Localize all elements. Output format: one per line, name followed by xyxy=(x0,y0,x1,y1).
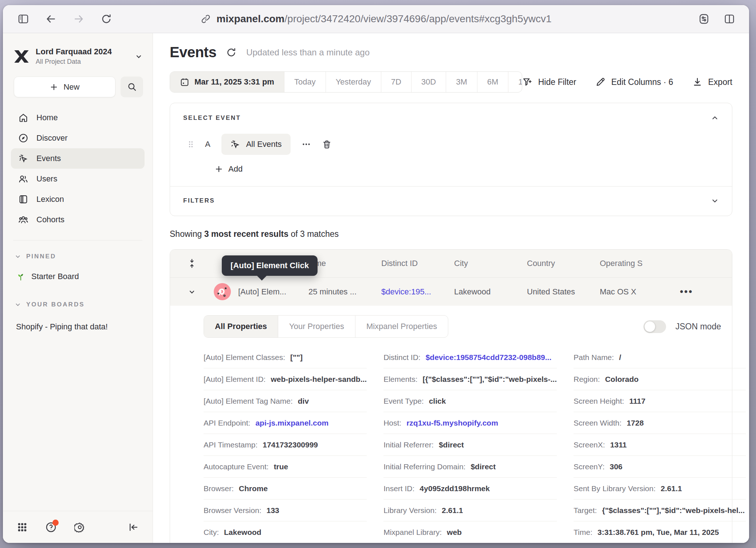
sidebar-item-board-shopify[interactable]: Shopify - Piping that data! xyxy=(3,322,153,332)
project-name: Lord Farquaad 2024 xyxy=(36,47,128,56)
column-header[interactable]: Country xyxy=(527,259,600,268)
chevron-down-icon[interactable] xyxy=(170,287,214,296)
new-button[interactable]: New xyxy=(14,77,115,97)
column-header[interactable]: Operating S xyxy=(600,259,680,268)
search-button[interactable] xyxy=(121,77,143,97)
property-value[interactable]: 1728 xyxy=(627,419,644,427)
date-range-current[interactable]: Mar 11, 2025 3:31 pm xyxy=(170,72,284,92)
property-value[interactable]: $device:1958754cdd7232-098b89... xyxy=(426,353,552,362)
property-value[interactable]: web-pixels-helper-sandb... xyxy=(271,375,367,384)
property-value[interactable]: 1741732300999 xyxy=(263,441,318,449)
event-selector-chip[interactable]: All Events xyxy=(221,134,291,155)
export-button[interactable]: Export xyxy=(692,77,732,87)
address-bar[interactable]: mixpanel.com/project/3472420/view/397469… xyxy=(201,13,552,25)
property-value[interactable]: api-js.mixpanel.com xyxy=(255,419,328,427)
your-boards-section-header[interactable]: YOUR BOARDS xyxy=(3,301,153,308)
help-button[interactable] xyxy=(45,521,57,533)
cohorts-icon xyxy=(18,215,28,225)
property-value[interactable]: 1311 xyxy=(610,441,627,449)
property-value[interactable]: $direct xyxy=(470,462,496,471)
property-value[interactable]: [{"$classes":[""],"$id":"web-pixels-... xyxy=(423,375,557,384)
date-preset-button[interactable]: 30D xyxy=(411,72,446,92)
trash-icon[interactable] xyxy=(322,140,332,149)
apps-grid-icon[interactable] xyxy=(17,522,28,533)
reload-icon[interactable] xyxy=(101,13,112,25)
collapse-sidebar-icon[interactable] xyxy=(128,522,139,533)
property-value[interactable]: rzq1xu-f5.myshopify.com xyxy=(406,419,498,427)
sidebar-toggle-icon[interactable] xyxy=(17,13,29,25)
collapse-all-rows-icon[interactable] xyxy=(170,258,214,269)
tab-mixpanel-properties[interactable]: Mixpanel Properties xyxy=(355,316,448,337)
property-value[interactable]: {"$classes":[""],"$id":"web-pixels-hel..… xyxy=(602,506,745,515)
property-label: Insert ID: xyxy=(383,484,414,493)
property-label: Event Type: xyxy=(383,397,424,406)
chevron-up-icon[interactable] xyxy=(711,114,719,122)
property-row: Time: 3:31:38.761 pm, Tue, Mar 11, 2025 xyxy=(574,521,746,543)
sidebar-item-users[interactable]: Users xyxy=(11,169,145,189)
sidebar-item-cohorts[interactable]: Cohorts xyxy=(11,210,145,230)
row-more-options-icon[interactable]: ••• xyxy=(680,286,732,297)
date-preset-button[interactable]: Today xyxy=(284,72,326,92)
settings-gear-icon[interactable] xyxy=(74,522,85,533)
property-row: Event Type: click xyxy=(383,390,557,412)
pencil-icon xyxy=(595,77,606,87)
property-value[interactable]: 2.61.1 xyxy=(661,484,682,493)
refresh-icon[interactable] xyxy=(226,47,237,58)
hide-filter-button[interactable]: Hide Filter xyxy=(522,77,576,87)
project-switcher[interactable]: Lord Farquaad 2024 All Project Data xyxy=(14,47,143,66)
property-value[interactable]: Lakewood xyxy=(224,528,261,537)
property-value[interactable]: true xyxy=(274,462,288,471)
browser-settings-icon[interactable] xyxy=(698,13,710,25)
date-preset-button[interactable]: 6M xyxy=(477,72,508,92)
property-value[interactable]: click xyxy=(429,397,446,406)
split-view-icon[interactable] xyxy=(724,13,735,25)
date-preset-button[interactable]: 12M xyxy=(508,72,522,92)
properties-column-3: Path Name: / Region: Colorado xyxy=(574,347,746,543)
property-value[interactable]: Colorado xyxy=(605,375,638,384)
drag-handle-icon[interactable] xyxy=(188,140,194,149)
tab-all-properties[interactable]: All Properties xyxy=(204,316,278,337)
city-cell: Lakewood xyxy=(454,287,527,297)
property-value[interactable]: [""] xyxy=(290,353,303,362)
chevron-down-icon[interactable] xyxy=(711,197,719,205)
property-value[interactable]: 1117 xyxy=(629,397,645,406)
property-value[interactable]: 3:31:38.761 pm, Tue, Mar 11, 2025 xyxy=(598,528,719,537)
property-value[interactable]: web xyxy=(447,528,462,537)
date-preset-button[interactable]: 7D xyxy=(381,72,411,92)
sidebar-item-discover[interactable]: Discover xyxy=(11,128,145,148)
json-mode-label: JSON mode xyxy=(676,322,721,332)
property-value[interactable]: 306 xyxy=(610,462,622,471)
edit-columns-button[interactable]: Edit Columns · 6 xyxy=(595,77,673,87)
json-mode-toggle[interactable] xyxy=(643,320,666,333)
column-header[interactable]: City xyxy=(454,259,527,268)
pinned-item-label: Starter Board xyxy=(31,272,79,281)
property-label: ScreenX: xyxy=(574,441,605,449)
tab-your-properties[interactable]: Your Properties xyxy=(278,316,355,337)
sidebar-item-starter-board[interactable]: Starter Board xyxy=(3,272,153,281)
more-options-icon[interactable] xyxy=(302,140,311,149)
event-row[interactable]: [Auto] Elem... 25 minutes ... $device:19… xyxy=(170,277,732,306)
sidebar-item-lexicon[interactable]: Lexicon xyxy=(11,189,145,210)
sidebar-item-events[interactable]: Events xyxy=(11,148,145,169)
property-value[interactable]: 2.61.1 xyxy=(442,506,463,515)
back-icon[interactable] xyxy=(45,13,57,25)
property-label: Sent By Library Version: xyxy=(574,484,655,493)
edit-columns-label: Edit Columns · 6 xyxy=(611,77,673,87)
date-preset-button[interactable]: Yesterday xyxy=(326,72,381,92)
sidebar-item-home[interactable]: Home xyxy=(11,107,145,128)
property-value[interactable]: Chrome xyxy=(239,484,268,493)
date-preset-button[interactable]: 3M xyxy=(446,72,477,92)
pinned-section-header[interactable]: PINNED xyxy=(3,253,153,260)
distinct-id-link[interactable]: $device:195... xyxy=(381,287,454,297)
property-value[interactable]: $direct xyxy=(439,441,464,449)
property-value[interactable]: 4y095zdd198hrmek xyxy=(420,484,490,493)
filters-heading: FILTERS xyxy=(183,197,215,204)
autocapture-click-icon xyxy=(230,139,240,149)
users-icon xyxy=(18,174,28,184)
property-value[interactable]: 133 xyxy=(267,506,279,515)
property-value[interactable]: / xyxy=(619,353,621,362)
column-header[interactable]: Distinct ID xyxy=(381,259,454,268)
add-event-button[interactable]: Add xyxy=(214,164,243,174)
property-value[interactable]: div xyxy=(298,397,309,406)
column-header[interactable]: Time xyxy=(308,259,381,268)
